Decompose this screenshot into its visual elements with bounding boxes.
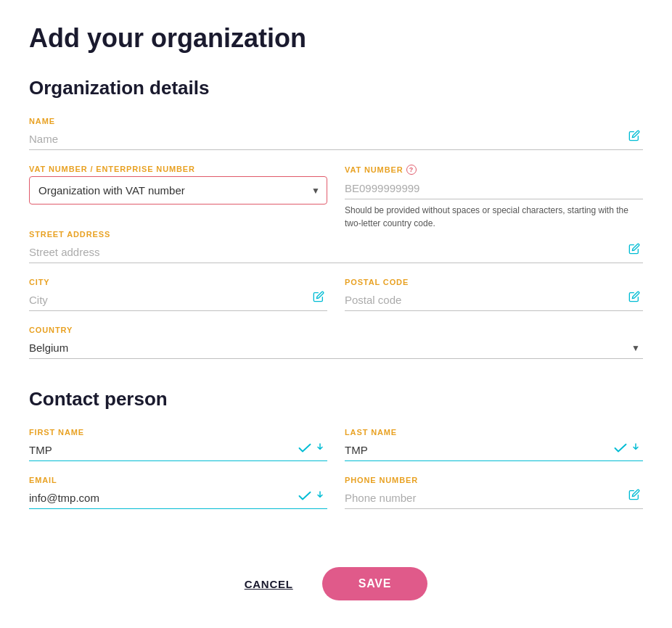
vat-number-label: VAT NUMBER (345, 165, 403, 174)
bottom-actions: CANCEL SAVE (29, 553, 643, 600)
vat-enterprise-label: VAT NUMBER / ENTERPRISE NUMBER (29, 165, 327, 173)
save-button[interactable]: SAVE (322, 567, 428, 600)
page-title: Add your organization (29, 23, 643, 54)
email-input[interactable] (29, 487, 327, 509)
street-address-field-wrapper: STREET ADDRESS (29, 230, 643, 263)
phone-input[interactable] (345, 487, 643, 509)
country-field-wrapper: COUNTRY Belgium Netherlands France Germa… (29, 326, 643, 359)
street-address-label: STREET ADDRESS (29, 230, 643, 239)
contact-person-heading: Contact person (29, 388, 643, 410)
city-label: CITY (29, 278, 327, 286)
last-name-label: LAST NAME (345, 428, 643, 437)
last-name-field-wrapper: LAST NAME (345, 428, 643, 461)
name-row: FIRST NAME LAST NAME (29, 428, 643, 476)
name-field-wrapper: NAME (29, 117, 643, 150)
vat-number-hint: Should be provided without spaces or spe… (345, 204, 643, 230)
name-label: NAME (29, 117, 643, 125)
vat-dropdown-wrapper: Organization with VAT number Organizatio… (29, 176, 327, 204)
postal-code-label: POSTAL CODE (345, 278, 643, 286)
name-input[interactable] (29, 128, 643, 150)
vat-row: VAT NUMBER / ENTERPRISE NUMBER Organizat… (29, 165, 643, 230)
vat-number-input[interactable] (345, 178, 643, 199)
vat-number-label-row: VAT NUMBER ? (345, 165, 643, 175)
postal-code-field-wrapper: POSTAL CODE (345, 278, 643, 311)
org-details-section: Organization details NAME VAT NUMBER / E… (29, 77, 643, 359)
vat-enterprise-field: VAT NUMBER / ENTERPRISE NUMBER Organizat… (29, 165, 327, 230)
first-name-label: FIRST NAME (29, 428, 327, 437)
vat-number-help-icon[interactable]: ? (406, 165, 417, 175)
contact-person-section: Contact person FIRST NAME LAST NAME (29, 388, 643, 524)
country-select-wrapper: Belgium Netherlands France Germany Luxem… (29, 337, 643, 359)
email-check-icon (298, 491, 324, 503)
contact-row: EMAIL PHONE NUMBER (29, 476, 643, 524)
city-input[interactable] (29, 289, 327, 311)
vat-number-field: VAT NUMBER ? Should be provided without … (345, 165, 643, 230)
phone-edit-icon (628, 489, 640, 503)
phone-label: PHONE NUMBER (345, 476, 643, 484)
country-label: COUNTRY (29, 326, 643, 334)
last-name-input[interactable] (345, 439, 643, 461)
phone-field-wrapper: PHONE NUMBER (345, 476, 643, 509)
cancel-button[interactable]: CANCEL (245, 578, 293, 590)
city-field-wrapper: CITY (29, 278, 327, 311)
name-edit-icon (628, 130, 640, 144)
last-name-check-icon (614, 443, 640, 455)
first-name-input[interactable] (29, 439, 327, 461)
street-edit-icon (628, 243, 640, 257)
email-field-wrapper: EMAIL (29, 476, 327, 509)
org-details-heading: Organization details (29, 77, 643, 99)
vat-enterprise-select[interactable]: Organization with VAT number Organizatio… (29, 176, 327, 204)
postal-edit-icon (628, 291, 640, 305)
street-address-input[interactable] (29, 241, 643, 263)
first-name-check-icon (298, 443, 324, 455)
first-name-field-wrapper: FIRST NAME (29, 428, 327, 461)
city-edit-icon (313, 291, 324, 305)
city-postal-row: CITY POSTAL CODE (29, 278, 643, 326)
email-label: EMAIL (29, 476, 327, 484)
country-select[interactable]: Belgium Netherlands France Germany Luxem… (29, 337, 643, 359)
postal-code-input[interactable] (345, 289, 643, 311)
